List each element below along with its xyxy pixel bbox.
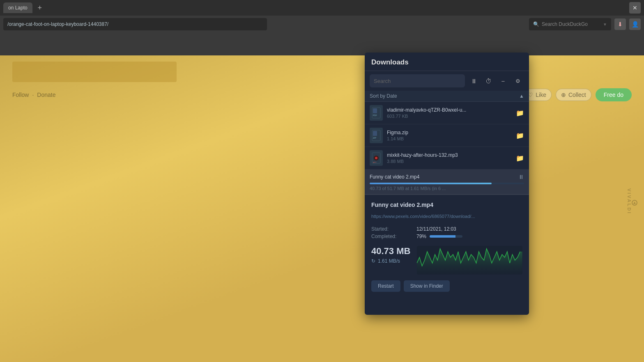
page-action-bar: Follow · Donate ♡ Like ⊕ Collect Free do [0, 88, 644, 101]
browser-tab[interactable]: on Lapto [3, 2, 32, 13]
search-placeholder-text: Search DuckDuckGo [542, 21, 588, 27]
download-name: mixkit-hazy-after-hours-132.mp3 [387, 152, 512, 158]
panel-title: Downloads [371, 58, 522, 66]
meta-progress-fill [430, 235, 455, 238]
show-in-finder-button[interactable]: Show in Finder [404, 280, 450, 292]
follow-link[interactable]: Follow [12, 92, 29, 98]
address-bar-row: /orange-cat-foot-on-laptop-keyboard-1440… [0, 16, 644, 33]
download-size: 3.88 MB [387, 159, 512, 164]
sort-label: Sort by Date [370, 93, 397, 99]
file-icon-zip: ZIP [370, 128, 383, 143]
window-close-button[interactable]: ✕ [629, 2, 641, 14]
tab-label: on Lapto [8, 5, 28, 11]
detail-meta: Started: 12/11/2021, 12:03 Completed: 79… [371, 226, 522, 239]
pause-all-button[interactable]: ⏸ [467, 75, 480, 87]
started-value: 12/11/2021, 12:03 [416, 226, 522, 232]
open-folder-button[interactable]: 📁 [516, 154, 524, 162]
download-name: Figma.zip [387, 130, 512, 135]
sparkline-chart [417, 246, 522, 275]
download-size: 603.77 KB [387, 114, 512, 119]
page-content: Follow · Donate ♡ Like ⊕ Collect Free do [0, 55, 644, 362]
downloads-search-input[interactable] [370, 74, 465, 87]
sort-chevron-icon: ▲ [519, 93, 524, 99]
speed-icon: ↻ [371, 258, 375, 264]
panel-header: Downloads [365, 53, 529, 71]
free-download-button[interactable]: Free do [596, 88, 632, 101]
started-label: Started: [371, 226, 412, 232]
svg-rect-4 [373, 131, 377, 136]
browser-chrome: on Lapto + ✕ /orange-cat-foot-on-laptop-… [0, 0, 644, 55]
restart-button[interactable]: Restart [371, 280, 400, 292]
plus-circle-icon: ⊕ [561, 92, 566, 98]
svg-text:PDF: PDF [373, 114, 377, 117]
collect-button[interactable]: ⊕ Collect [556, 89, 591, 101]
detail-size-block: 40.73 MB ↻ 1.61 MB/s [371, 246, 410, 264]
speed-value: 1.61 MB/s [378, 258, 400, 264]
progress-top: Funny cat video 2.mp4 ⏸ [370, 174, 524, 180]
settings-button[interactable]: ⚙ [512, 75, 524, 87]
file-icon-pdf: PDF [370, 105, 383, 121]
download-info: vladimir-malyavko-qTZR-B0wxel-u... 603.7… [387, 107, 512, 119]
page-links: Follow · Donate [12, 92, 56, 98]
avatar-icon: 👤 [632, 21, 639, 27]
download-info: mixkit-hazy-after-hours-132.mp3 3.88 MB [387, 152, 512, 164]
progress-bar-bg [370, 183, 524, 184]
download-item[interactable]: PDF vladimir-malyavko-qTZR-B0wxel-u... 6… [365, 102, 529, 124]
completed-pct: 79% [416, 234, 426, 239]
panel-search-row: ⏸ ⏱ − ⚙ [365, 71, 529, 91]
download-manager-button[interactable]: ⬇ [614, 18, 626, 30]
svg-text:MP3: MP3 [373, 161, 377, 163]
detail-size-value: 40.73 MB [371, 246, 410, 257]
page-header [0, 55, 644, 88]
active-download-item[interactable]: Funny cat video 2.mp4 ⏸ 40.73 of 51.7 MB… [365, 170, 529, 195]
collect-label: Collect [568, 92, 586, 98]
download-item[interactable]: ZIP Figma.zip 1.14 MB 📁 [365, 124, 529, 147]
settings-icon: ⚙ [515, 78, 520, 84]
download-size: 1.14 MB [387, 136, 512, 141]
detail-panel: Funny cat video 2.mp4 https://www.pexels… [365, 195, 529, 315]
minimize-button[interactable]: − [497, 75, 509, 87]
detail-title: Funny cat video 2.mp4 [371, 202, 522, 208]
sparkline-svg [417, 246, 522, 275]
user-profile-button[interactable]: 👤 [629, 18, 641, 30]
search-dropdown-icon: ▼ [603, 22, 607, 27]
vivaldi-logo [632, 200, 637, 206]
completed-label: Completed: [371, 234, 412, 239]
vivaldi-branding: VIVALDI [627, 82, 637, 321]
donate-link[interactable]: Donate [37, 92, 55, 98]
detail-url: https://www.pexels.com/video/6865077/dow… [371, 214, 522, 219]
search-icon: 🔍 [533, 21, 539, 27]
download-icon: ⬇ [618, 21, 623, 27]
minimize-icon: − [501, 78, 505, 85]
address-text: /orange-cat-foot-on-laptop-keyboard-1440… [7, 21, 108, 27]
like-label: Like [536, 92, 546, 98]
plus-icon: + [37, 4, 42, 12]
download-info: Figma.zip 1.14 MB [387, 130, 512, 141]
download-item[interactable]: MP3 mixkit-hazy-after-hours-132.mp3 3.88… [365, 147, 529, 170]
browser-search-bar[interactable]: 🔍 Search DuckDuckGo ▼ [529, 18, 611, 30]
progress-bar-fill [370, 183, 492, 184]
open-folder-button[interactable]: 📁 [516, 132, 524, 140]
pause-download-button[interactable]: ⏸ [518, 174, 524, 180]
progress-status: 40.73 of 51.7 MB at 1.61 MB/s (in 6 ... [370, 186, 524, 191]
history-button[interactable]: ⏱ [482, 75, 494, 87]
history-icon: ⏱ [485, 78, 492, 85]
new-tab-button[interactable]: + [34, 2, 46, 14]
detail-stats-row: 40.73 MB ↻ 1.61 MB/s [371, 246, 522, 275]
close-icon: ✕ [632, 5, 637, 11]
download-name: vladimir-malyavko-qTZR-B0wxel-u... [387, 107, 512, 113]
completed-value: 79% [416, 234, 522, 239]
svg-point-8 [375, 157, 377, 159]
free-label: Free do [604, 92, 623, 98]
detail-actions: Restart Show in Finder [371, 280, 522, 292]
address-bar[interactable]: /orange-cat-foot-on-laptop-keyboard-1440… [3, 18, 267, 30]
download-list: PDF vladimir-malyavko-qTZR-B0wxel-u... 6… [365, 102, 529, 195]
open-folder-button[interactable]: 📁 [516, 109, 524, 117]
tab-bar: on Lapto + ✕ [0, 0, 644, 16]
meta-progress-bar [430, 235, 462, 238]
vivaldi-brand-text: VIVALDI [627, 188, 632, 215]
detail-speed-row: ↻ 1.61 MB/s [371, 258, 410, 264]
sort-header[interactable]: Sort by Date ▲ [365, 91, 529, 102]
pause-icon: ⏸ [471, 78, 477, 85]
downloads-panel: Downloads ⏸ ⏱ − ⚙ Sort by Date ▲ P [365, 53, 529, 315]
